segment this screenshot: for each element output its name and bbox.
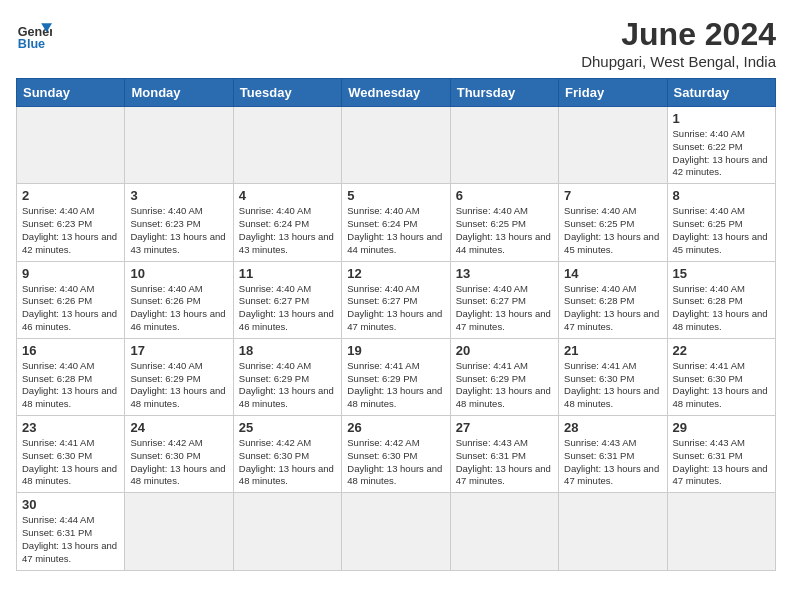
calendar-cell: 10Sunrise: 4:40 AM Sunset: 6:26 PM Dayli…: [125, 261, 233, 338]
day-info: Sunrise: 4:40 AM Sunset: 6:29 PM Dayligh…: [239, 360, 336, 411]
calendar-cell: 23Sunrise: 4:41 AM Sunset: 6:30 PM Dayli…: [17, 416, 125, 493]
day-info: Sunrise: 4:41 AM Sunset: 6:30 PM Dayligh…: [564, 360, 661, 411]
day-info: Sunrise: 4:42 AM Sunset: 6:30 PM Dayligh…: [130, 437, 227, 488]
weekday-header-friday: Friday: [559, 79, 667, 107]
day-info: Sunrise: 4:43 AM Sunset: 6:31 PM Dayligh…: [673, 437, 770, 488]
day-number: 9: [22, 266, 119, 281]
calendar-cell: 15Sunrise: 4:40 AM Sunset: 6:28 PM Dayli…: [667, 261, 775, 338]
calendar-cell: 13Sunrise: 4:40 AM Sunset: 6:27 PM Dayli…: [450, 261, 558, 338]
day-number: 29: [673, 420, 770, 435]
calendar-cell: 3Sunrise: 4:40 AM Sunset: 6:23 PM Daylig…: [125, 184, 233, 261]
day-number: 18: [239, 343, 336, 358]
calendar-cell: [342, 107, 450, 184]
day-info: Sunrise: 4:41 AM Sunset: 6:30 PM Dayligh…: [673, 360, 770, 411]
calendar-cell: 6Sunrise: 4:40 AM Sunset: 6:25 PM Daylig…: [450, 184, 558, 261]
calendar-cell: [17, 107, 125, 184]
day-number: 12: [347, 266, 444, 281]
calendar-cell: 1Sunrise: 4:40 AM Sunset: 6:22 PM Daylig…: [667, 107, 775, 184]
calendar-cell: [233, 107, 341, 184]
calendar-cell: 7Sunrise: 4:40 AM Sunset: 6:25 PM Daylig…: [559, 184, 667, 261]
calendar-cell: 4Sunrise: 4:40 AM Sunset: 6:24 PM Daylig…: [233, 184, 341, 261]
calendar-table: SundayMondayTuesdayWednesdayThursdayFrid…: [16, 78, 776, 571]
day-number: 20: [456, 343, 553, 358]
day-info: Sunrise: 4:40 AM Sunset: 6:28 PM Dayligh…: [22, 360, 119, 411]
day-info: Sunrise: 4:40 AM Sunset: 6:28 PM Dayligh…: [564, 283, 661, 334]
calendar-cell: 11Sunrise: 4:40 AM Sunset: 6:27 PM Dayli…: [233, 261, 341, 338]
calendar-cell: [233, 493, 341, 570]
day-info: Sunrise: 4:42 AM Sunset: 6:30 PM Dayligh…: [347, 437, 444, 488]
weekday-header-tuesday: Tuesday: [233, 79, 341, 107]
day-number: 15: [673, 266, 770, 281]
day-number: 17: [130, 343, 227, 358]
month-title: June 2024: [581, 16, 776, 53]
calendar-cell: 25Sunrise: 4:42 AM Sunset: 6:30 PM Dayli…: [233, 416, 341, 493]
calendar-cell: [450, 493, 558, 570]
day-number: 26: [347, 420, 444, 435]
day-number: 25: [239, 420, 336, 435]
calendar-cell: 28Sunrise: 4:43 AM Sunset: 6:31 PM Dayli…: [559, 416, 667, 493]
day-number: 7: [564, 188, 661, 203]
svg-text:Blue: Blue: [18, 37, 45, 51]
calendar-cell: 8Sunrise: 4:40 AM Sunset: 6:25 PM Daylig…: [667, 184, 775, 261]
day-info: Sunrise: 4:41 AM Sunset: 6:29 PM Dayligh…: [347, 360, 444, 411]
day-info: Sunrise: 4:40 AM Sunset: 6:29 PM Dayligh…: [130, 360, 227, 411]
calendar-cell: [342, 493, 450, 570]
day-info: Sunrise: 4:40 AM Sunset: 6:24 PM Dayligh…: [239, 205, 336, 256]
calendar-cell: 16Sunrise: 4:40 AM Sunset: 6:28 PM Dayli…: [17, 338, 125, 415]
day-number: 14: [564, 266, 661, 281]
calendar-cell: 26Sunrise: 4:42 AM Sunset: 6:30 PM Dayli…: [342, 416, 450, 493]
calendar-cell: 5Sunrise: 4:40 AM Sunset: 6:24 PM Daylig…: [342, 184, 450, 261]
weekday-header-sunday: Sunday: [17, 79, 125, 107]
logo: General Blue: [16, 16, 52, 52]
day-info: Sunrise: 4:40 AM Sunset: 6:26 PM Dayligh…: [130, 283, 227, 334]
calendar-cell: [559, 107, 667, 184]
header: General Blue June 2024 Dhupgari, West Be…: [16, 16, 776, 70]
calendar-cell: 22Sunrise: 4:41 AM Sunset: 6:30 PM Dayli…: [667, 338, 775, 415]
calendar-cell: 30Sunrise: 4:44 AM Sunset: 6:31 PM Dayli…: [17, 493, 125, 570]
calendar-cell: 20Sunrise: 4:41 AM Sunset: 6:29 PM Dayli…: [450, 338, 558, 415]
weekday-header-wednesday: Wednesday: [342, 79, 450, 107]
day-info: Sunrise: 4:40 AM Sunset: 6:25 PM Dayligh…: [564, 205, 661, 256]
day-info: Sunrise: 4:40 AM Sunset: 6:28 PM Dayligh…: [673, 283, 770, 334]
day-number: 1: [673, 111, 770, 126]
calendar-cell: 14Sunrise: 4:40 AM Sunset: 6:28 PM Dayli…: [559, 261, 667, 338]
day-info: Sunrise: 4:40 AM Sunset: 6:27 PM Dayligh…: [239, 283, 336, 334]
calendar-cell: [450, 107, 558, 184]
calendar-cell: 17Sunrise: 4:40 AM Sunset: 6:29 PM Dayli…: [125, 338, 233, 415]
day-info: Sunrise: 4:41 AM Sunset: 6:30 PM Dayligh…: [22, 437, 119, 488]
day-info: Sunrise: 4:42 AM Sunset: 6:30 PM Dayligh…: [239, 437, 336, 488]
day-number: 8: [673, 188, 770, 203]
day-number: 27: [456, 420, 553, 435]
day-info: Sunrise: 4:41 AM Sunset: 6:29 PM Dayligh…: [456, 360, 553, 411]
calendar-cell: 2Sunrise: 4:40 AM Sunset: 6:23 PM Daylig…: [17, 184, 125, 261]
calendar-cell: 9Sunrise: 4:40 AM Sunset: 6:26 PM Daylig…: [17, 261, 125, 338]
logo-icon: General Blue: [16, 16, 52, 52]
day-number: 3: [130, 188, 227, 203]
day-info: Sunrise: 4:40 AM Sunset: 6:23 PM Dayligh…: [130, 205, 227, 256]
calendar-cell: [667, 493, 775, 570]
day-info: Sunrise: 4:40 AM Sunset: 6:23 PM Dayligh…: [22, 205, 119, 256]
calendar-cell: 19Sunrise: 4:41 AM Sunset: 6:29 PM Dayli…: [342, 338, 450, 415]
day-number: 24: [130, 420, 227, 435]
weekday-header-saturday: Saturday: [667, 79, 775, 107]
day-number: 21: [564, 343, 661, 358]
day-number: 28: [564, 420, 661, 435]
calendar-cell: [559, 493, 667, 570]
day-info: Sunrise: 4:40 AM Sunset: 6:27 PM Dayligh…: [347, 283, 444, 334]
weekday-header-monday: Monday: [125, 79, 233, 107]
day-number: 22: [673, 343, 770, 358]
calendar-cell: 12Sunrise: 4:40 AM Sunset: 6:27 PM Dayli…: [342, 261, 450, 338]
day-number: 6: [456, 188, 553, 203]
day-info: Sunrise: 4:44 AM Sunset: 6:31 PM Dayligh…: [22, 514, 119, 565]
calendar-cell: 27Sunrise: 4:43 AM Sunset: 6:31 PM Dayli…: [450, 416, 558, 493]
calendar-cell: [125, 107, 233, 184]
day-number: 13: [456, 266, 553, 281]
day-info: Sunrise: 4:40 AM Sunset: 6:27 PM Dayligh…: [456, 283, 553, 334]
location-title: Dhupgari, West Bengal, India: [581, 53, 776, 70]
day-info: Sunrise: 4:40 AM Sunset: 6:25 PM Dayligh…: [456, 205, 553, 256]
day-number: 10: [130, 266, 227, 281]
calendar-cell: 18Sunrise: 4:40 AM Sunset: 6:29 PM Dayli…: [233, 338, 341, 415]
day-number: 16: [22, 343, 119, 358]
calendar-cell: 21Sunrise: 4:41 AM Sunset: 6:30 PM Dayli…: [559, 338, 667, 415]
day-info: Sunrise: 4:40 AM Sunset: 6:22 PM Dayligh…: [673, 128, 770, 179]
